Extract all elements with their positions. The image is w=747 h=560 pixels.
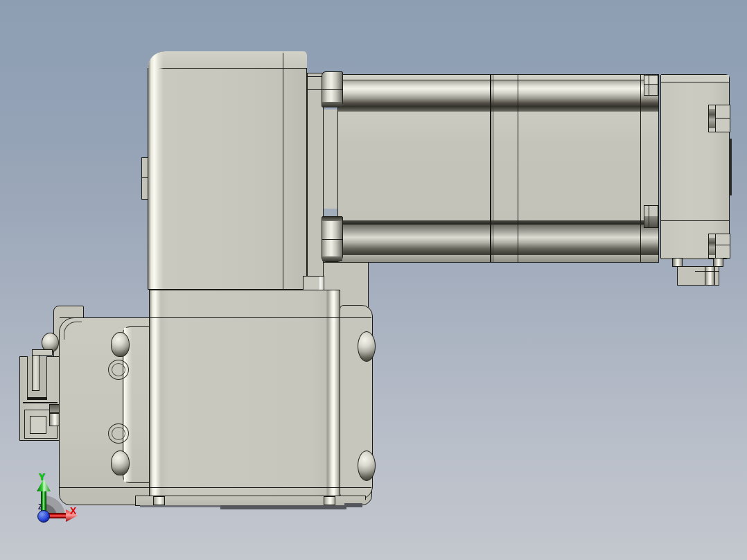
rail-joint-line-c: [518, 75, 518, 262]
under-shadow-corner: [344, 503, 362, 507]
rail-bottom-strip: [338, 255, 658, 262]
rod-collar-top-shadow: [322, 102, 342, 107]
bg-gap-lower: [324, 209, 338, 216]
origin-dot: [37, 510, 50, 523]
y-axis-label: Y: [39, 472, 45, 482]
under-shadow-left: [140, 505, 220, 507]
rod-collar-bottom-shadow-bot: [322, 256, 342, 261]
u-slot-bottom-edge: [27, 397, 47, 400]
end-block-mid-line: [660, 220, 730, 221]
rod-collar-bottom-line: [322, 239, 343, 240]
rail-end-block: [660, 74, 730, 259]
rail-joint-line-b: [493, 75, 493, 262]
rail-mid-face: [338, 112, 658, 220]
end-block-side-slot: [729, 139, 732, 195]
rail-top-rod: [338, 80, 658, 106]
slide-table-left-highlight: [150, 290, 161, 496]
carriage-screw-dome-lower: [111, 450, 130, 475]
sensor-window: [30, 416, 46, 434]
rail-rod-shadow-band: [338, 106, 658, 112]
motor-left-highlight: [148, 52, 164, 289]
carriage-bottom-inner-line: [60, 487, 371, 488]
rod-collar-bottom-shadow-top: [322, 217, 342, 221]
bracket-inner-line: [23, 402, 58, 403]
rail-top-strip: [338, 75, 658, 80]
rail-joint-line-d: [640, 75, 641, 262]
boss-bottom-hline: [715, 245, 730, 245]
mount-hole-lower-inner: [112, 427, 125, 440]
rail-clip-bottom-line: [649, 205, 649, 228]
carriage-top-edge-line: [60, 317, 371, 318]
boss-top-vline: [715, 105, 716, 132]
rail-clip-top-step: [644, 76, 658, 85]
under-shadow-right: [220, 505, 346, 509]
boss-bottom-screw: [709, 238, 715, 255]
adapter-tab-highlight: [319, 277, 324, 290]
sensor-knob-bottom: [49, 413, 60, 426]
boss-top-screw: [709, 109, 715, 128]
sensor-rod: [32, 355, 39, 391]
sensor-knob-top: [49, 404, 60, 413]
boss-top-hline: [715, 118, 730, 119]
motor-side-tab: [141, 157, 148, 200]
rail-clip-top-line: [649, 75, 649, 96]
motor-side-tab-line: [141, 177, 148, 178]
sensor-arm: [32, 349, 53, 356]
rod-collar-top-line: [322, 89, 343, 90]
end-connector-line: [695, 271, 719, 272]
right-screw-dome-lower: [358, 450, 376, 481]
motor-face-edge-line: [283, 53, 283, 289]
end-connector-cylinder: [705, 266, 715, 286]
rail-clip-bottom-step: [644, 216, 658, 227]
slide-table-right-highlight: [326, 290, 340, 496]
mount-hole-upper-inner: [112, 363, 125, 376]
cad-viewport[interactable]: Z Y X: [0, 0, 747, 560]
bottom-foot-right: [324, 496, 335, 505]
end-block-top-strip: [661, 75, 729, 82]
bottom-foot-left: [153, 496, 165, 505]
slide-table: [149, 290, 340, 496]
x-axis-label: X: [70, 506, 76, 516]
rail-bottom-rod: [338, 225, 658, 255]
carriage-screw-dome-upper: [111, 332, 130, 357]
right-screw-dome-upper: [358, 331, 376, 362]
rail-joint-line-a: [490, 75, 491, 262]
boss-bottom-vline: [715, 234, 716, 259]
